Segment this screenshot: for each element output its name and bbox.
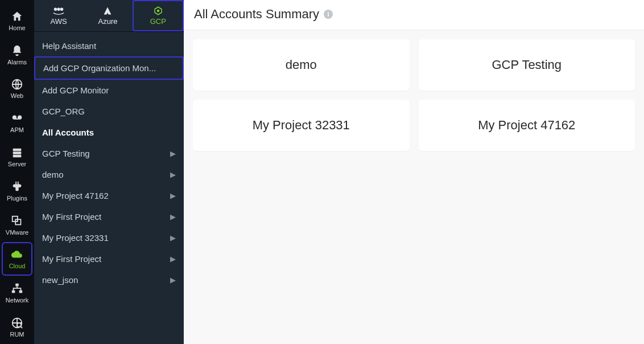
account-card[interactable]: My Project 32331 [193, 100, 410, 151]
svg-rect-3 [13, 149, 22, 151]
rail-item-apm[interactable]: APM [2, 105, 32, 140]
svg-point-15 [60, 8, 64, 11]
cloud-menu-label: new_json [42, 275, 78, 285]
cloud-tab-aws[interactable]: AWS [34, 0, 83, 31]
rail-item-cloud[interactable]: Cloud [2, 242, 32, 276]
cloud-menu-label: Add GCP Monitor [42, 85, 109, 95]
rail-item-label: Cloud [9, 263, 26, 269]
rail-item-label: Alarms [7, 59, 27, 65]
alarms-icon [10, 44, 24, 58]
rail-item-label: Network [6, 297, 28, 304]
rail-item-label: Server [8, 161, 26, 167]
rail-item-label: VMware [6, 229, 28, 236]
chevron-right-icon: ▶ [170, 276, 176, 284]
chevron-right-icon: ▶ [170, 170, 176, 179]
cloud-menu-item[interactable]: new_json▶ [34, 269, 184, 290]
azure-icon [102, 6, 113, 16]
cloud-menu-item[interactable]: My Project 47162▶ [34, 185, 184, 206]
cloud-menu-item[interactable]: Add GCP Organization Mon... [34, 56, 184, 80]
cloud-tab-label: GCP [150, 17, 166, 26]
rail-item-label: Home [9, 24, 25, 31]
account-card[interactable]: demo [193, 39, 410, 91]
cloud-menu-item[interactable]: GCP_ORG [34, 101, 184, 122]
rail-item-label: APM [10, 126, 24, 133]
svg-rect-5 [13, 155, 22, 158]
rail-item-server[interactable]: Server [2, 140, 32, 174]
apm-icon [10, 112, 24, 125]
cloud-menu-item[interactable]: My Project 32331▶ [34, 227, 184, 248]
svg-rect-4 [13, 151, 22, 154]
cloud-tab-azure[interactable]: Azure [83, 0, 132, 31]
cloud-menu-item[interactable]: All Accounts [34, 122, 184, 143]
server-icon [10, 146, 24, 159]
svg-rect-10 [19, 290, 22, 293]
cloud-menu-label: My Project 32331 [42, 233, 109, 243]
cloud-menu-label: My First Project [42, 212, 101, 222]
gcp-icon [152, 6, 164, 16]
main-content: All Accounts Summary i demoGCP TestingMy… [184, 0, 644, 344]
cloud-menu-label: My First Project [42, 254, 101, 264]
cloud-menu-label: demo [42, 170, 64, 179]
cloud-menu-item[interactable]: Add GCP Monitor [34, 80, 184, 101]
rail-item-label: Plugins [7, 195, 27, 202]
chevron-right-icon: ▶ [170, 234, 176, 242]
plugins-icon [10, 180, 24, 194]
rail-item-plugins[interactable]: Plugins [2, 174, 32, 208]
cloud-provider-tabs: AWSAzureGCP [34, 0, 184, 32]
main-header: All Accounts Summary i [184, 0, 644, 30]
cloud-tab-label: Azure [98, 17, 118, 26]
page-title: All Accounts Summary [194, 7, 319, 22]
cloud-icon [10, 248, 24, 261]
svg-rect-9 [12, 290, 15, 293]
network-icon [10, 282, 24, 296]
account-cards: demoGCP TestingMy Project 32331My Projec… [184, 30, 644, 160]
aws-icon [52, 6, 65, 16]
chevron-right-icon: ▶ [170, 191, 176, 200]
info-icon[interactable]: i [324, 10, 333, 19]
svg-point-14 [57, 8, 60, 11]
cloud-menu-list: Help AssistantAdd GCP Organization Mon..… [34, 32, 184, 344]
cloud-tab-gcp[interactable]: GCP [133, 0, 184, 31]
cloud-menu-item[interactable]: GCP Testing▶ [34, 143, 184, 164]
rail-item-label: Web [11, 92, 23, 99]
rail-item-label: RUM [10, 331, 24, 338]
cloud-sidebar: AWSAzureGCP Help AssistantAdd GCP Organi… [34, 0, 184, 344]
cloud-menu-label: Help Assistant [42, 41, 96, 51]
svg-point-12 [17, 323, 21, 327]
rail-item-alarms[interactable]: Alarms [2, 38, 32, 72]
cloud-menu-label: GCP_ORG [42, 107, 85, 116]
chevron-right-icon: ▶ [170, 255, 176, 263]
account-card[interactable]: My Project 47162 [419, 100, 635, 151]
rail-item-home[interactable]: Home [2, 3, 32, 38]
svg-point-17 [157, 10, 160, 13]
vmware-icon [10, 214, 24, 228]
rum-icon [10, 316, 24, 330]
home-icon [10, 10, 24, 23]
chevron-right-icon: ▶ [170, 149, 176, 158]
chevron-right-icon: ▶ [170, 212, 176, 221]
cloud-menu-item[interactable]: demo▶ [34, 164, 184, 185]
cloud-menu-item[interactable]: Help Assistant [34, 35, 184, 56]
rail-item-vmware[interactable]: VMware [2, 208, 32, 242]
rail-item-network[interactable]: Network [2, 276, 32, 310]
rail-item-web[interactable]: Web [2, 72, 32, 106]
cloud-menu-item[interactable]: My First Project▶ [34, 206, 184, 227]
svg-rect-8 [15, 284, 19, 286]
cloud-menu-label: GCP Testing [42, 149, 90, 158]
account-card[interactable]: GCP Testing [419, 39, 635, 91]
cloud-menu-label: Add GCP Organization Mon... [43, 63, 156, 73]
web-icon [10, 77, 24, 91]
left-rail: HomeAlarmsWebAPMServerPluginsVMwareCloud… [0, 0, 34, 344]
cloud-tab-label: AWS [51, 17, 67, 26]
rail-item-rum[interactable]: RUM [2, 310, 32, 344]
cloud-menu-label: All Accounts [42, 128, 94, 137]
cloud-menu-label: My Project 47162 [42, 191, 109, 200]
cloud-menu-item[interactable]: My First Project▶ [34, 248, 184, 269]
svg-point-13 [54, 8, 57, 11]
